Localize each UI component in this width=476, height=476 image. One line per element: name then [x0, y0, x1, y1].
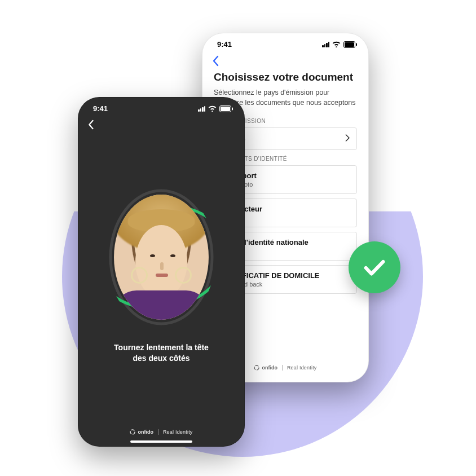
- check-icon: [362, 254, 387, 280]
- battery-icon: [343, 41, 357, 48]
- onfido-footer: onfido Real Identity: [78, 429, 244, 435]
- onfido-logo: onfido: [130, 429, 153, 435]
- status-time: 9:41: [217, 40, 232, 49]
- selfie-capture-area: Tournez lentement la tête des deux côtés: [78, 134, 244, 364]
- footer-tagline: Real Identity: [287, 365, 317, 371]
- composition: 9:41 Choisissez votre document Sélection…: [0, 0, 476, 476]
- status-time: 9:41: [93, 104, 108, 113]
- status-icons: [198, 105, 233, 112]
- back-button[interactable]: [78, 116, 244, 134]
- phone-selfie-capture: 9:41: [78, 97, 245, 447]
- back-button[interactable]: [202, 52, 368, 71]
- svg-rect-6: [232, 107, 233, 110]
- signal-icon: [322, 42, 329, 47]
- chevron-right-icon: [345, 134, 350, 144]
- success-badge: [349, 241, 400, 293]
- svg-rect-5: [221, 107, 230, 111]
- chevron-left-icon: [87, 120, 94, 130]
- onfido-icon: [254, 365, 259, 371]
- onfido-icon: [130, 429, 135, 435]
- signal-icon: [198, 106, 205, 112]
- face-oval-frame: [111, 191, 212, 323]
- status-icons: [322, 41, 357, 48]
- page-title: Choisissez votre document: [214, 71, 357, 83]
- svg-rect-2: [356, 43, 357, 46]
- selfie-preview: [114, 195, 209, 320]
- chevron-left-icon: [211, 55, 219, 67]
- wifi-icon: [208, 105, 217, 112]
- footer-tagline: Real Identity: [163, 429, 193, 435]
- svg-point-9: [130, 430, 135, 434]
- status-bar: 9:41: [78, 98, 244, 116]
- onfido-logo: onfido: [254, 365, 277, 371]
- wifi-icon: [332, 41, 341, 47]
- svg-point-3: [254, 365, 259, 370]
- selfie-instruction: Tournez lentement la tête des deux côtés: [97, 342, 226, 364]
- home-indicator: [130, 440, 192, 443]
- svg-rect-1: [345, 42, 354, 47]
- status-bar: 9:41: [202, 33, 368, 52]
- battery-icon: [219, 105, 233, 112]
